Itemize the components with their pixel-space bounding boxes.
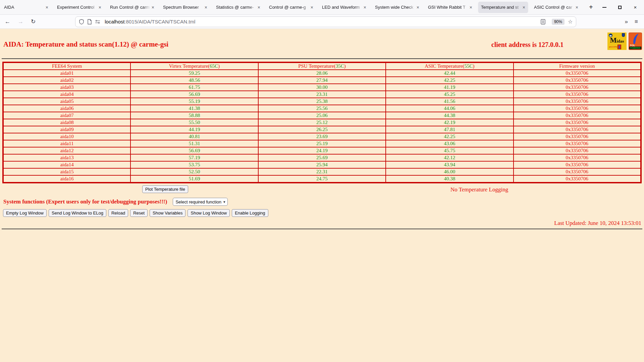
fee-name-cell: aida08 [3,119,130,126]
button-enable-logging[interactable]: Enable Logging [232,209,268,217]
browser-tab-10[interactable]: Temperature and st× [478,2,528,13]
page-content: AIDA: Temperature and status scan(1.12) … [0,29,644,362]
tab-close-icon[interactable]: × [523,5,525,10]
button-reset[interactable]: Reset [130,209,148,217]
forward-button[interactable]: → [18,18,23,25]
table-row: aida1357.1925.6942.120x3350706 [3,154,641,161]
maximize-button[interactable] [617,5,623,10]
browser-tab-1[interactable]: AIDA× [1,2,51,13]
temperature-cell: 57.19 [130,154,258,161]
system-functions-label: System functions (Expert users only for … [3,198,167,205]
tab-close-icon[interactable]: × [470,5,472,10]
temperature-cell: 24.75 [258,175,386,183]
firmware-cell: 0x3350706 [514,112,641,119]
fee-name-cell: aida03 [3,84,130,91]
column-header-psu: PSU Temperature(35C) [258,62,386,70]
url-bar[interactable]: localhost:8015/AIDA/TSCAN/TSCAN.tml 90% … [75,16,576,27]
connection-settings-icon[interactable] [95,20,100,24]
fee-name-cell: aida15 [3,168,130,175]
tab-title: System wide Check [375,5,415,10]
overflow-menu-icon[interactable]: » [625,18,628,25]
reader-mode-icon[interactable] [541,19,545,24]
toolbar-right: » ≡ [625,18,639,25]
shield-icon[interactable] [79,19,84,24]
header-label: FEE64 System [52,63,82,69]
tcl-powered-text: POWERED [629,47,641,49]
temperature-cell: 25.19 [258,140,386,147]
close-window-button[interactable]: × [633,5,638,10]
tab-close-icon[interactable]: × [46,5,48,10]
button-reload[interactable]: Reload [108,209,128,217]
logos: Midas powered by TCL POWERED [607,33,642,50]
temperature-cell: 43.94 [386,161,513,168]
header-limit: 65C [210,63,218,69]
temperature-cell: 45.75 [386,147,513,154]
bookmark-star-icon[interactable]: ☆ [568,18,573,25]
browser-tab-9[interactable]: GSI White Rabbit T× [425,2,475,13]
header-label: Firmware version [559,63,595,69]
minimize-button[interactable] [602,5,607,10]
table-row: aida0555.1925.3841.560x3350706 [3,98,641,105]
tab-close-icon[interactable]: × [99,5,101,10]
temperature-cell: 28.06 [258,70,386,77]
tab-close-icon[interactable]: × [576,5,578,10]
client-address: client address is 127.0.0.1 [491,41,564,49]
temperature-cell: 55.19 [130,98,258,105]
temperature-cell: 53.75 [130,161,258,168]
page-info-icon[interactable] [87,19,92,24]
tab-title: ASIC Control @ car [534,5,574,10]
table-row: aida1151.3125.1943.060x3350706 [3,140,641,147]
function-select[interactable]: Select required function ▾ [173,198,228,206]
table-header-row: FEE64 System Virtex Temperature(65C) PSU… [3,62,641,70]
fee-name-cell: aida11 [3,140,130,147]
browser-tab-6[interactable]: Control @ carme-g× [266,2,316,13]
temperature-cell: 44.19 [130,126,258,133]
browser-tab-4[interactable]: Spectrum Browser× [160,2,210,13]
firmware-cell: 0x3350706 [514,119,641,126]
fee-name-cell: aida14 [3,161,130,168]
app-menu-icon[interactable]: ≡ [635,18,638,25]
temperature-cell: 25.38 [258,98,386,105]
temperature-cell: 55.50 [130,119,258,126]
temperature-logging-status: No Temperature Logging [450,186,508,193]
page-title: AIDA: Temperature and status scan(1.12) … [3,40,168,49]
firmware-cell: 0x3350706 [514,84,641,91]
midas-logo: Midas powered by [607,33,627,50]
fee-name-cell: aida04 [3,91,130,98]
header-close: ) [473,63,474,69]
back-button[interactable]: ← [5,18,10,25]
tab-close-icon[interactable]: × [258,5,260,10]
browser-window: AIDA×Experiment Control×Run Control @ ca… [0,0,644,29]
browser-tab-3[interactable]: Run Control @ carm× [107,2,157,13]
browser-tab-5[interactable]: Statistics @ carme-× [213,2,263,13]
tab-close-icon[interactable]: × [364,5,366,10]
tab-close-icon[interactable]: × [205,5,207,10]
midas-emblem-icon [609,34,612,37]
tab-close-icon[interactable]: × [311,5,313,10]
column-header-virtex: Virtex Temperature(65C) [130,62,258,70]
tab-close-icon[interactable]: × [152,5,154,10]
fee-name-cell: aida07 [3,112,130,119]
url-text[interactable]: localhost:8015/AIDA/TSCAN/TSCAN.tml [105,19,195,24]
tab-close-icon[interactable]: × [417,5,419,10]
button-send-log-window-to-elog[interactable]: Send Log Window to ELog [49,209,106,217]
table-row: aida0159.2528.0642.440x3350706 [3,70,641,77]
tab-title: Control @ carme-g [269,5,309,10]
navigation-toolbar: ← → ↻ localhost:8015/AIDA/TSCAN/TSCAN.tm… [0,15,644,29]
temperature-cell: 45.25 [386,91,513,98]
temperature-cell: 25.94 [258,161,386,168]
table-row: aida0944.1926.2547.810x3350706 [3,126,641,133]
reload-button[interactable]: ↻ [31,18,36,25]
browser-tab-11[interactable]: ASIC Control @ car× [531,2,581,13]
button-show-variables[interactable]: Show Variables [150,209,185,217]
temperature-cell: 43.06 [386,140,513,147]
button-empty-log-window[interactable]: Empty Log Window [3,209,47,217]
button-show-log-window[interactable]: Show Log Window [187,209,230,217]
maximize-icon [618,6,622,9]
browser-tab-8[interactable]: System wide Check× [372,2,422,13]
zoom-level-badge[interactable]: 90% [552,19,565,25]
browser-tab-2[interactable]: Experiment Control× [54,2,104,13]
new-tab-button[interactable]: + [587,3,595,11]
browser-tab-7[interactable]: LED and Waveform× [319,2,369,13]
plot-temperature-file-button[interactable]: Plot Temperature file [142,185,188,193]
